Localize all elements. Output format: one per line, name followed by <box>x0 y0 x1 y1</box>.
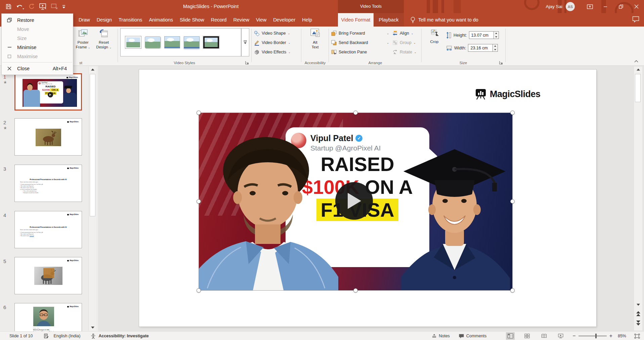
status-bar: Slide 1 of 10 English (India) Accessibil… <box>0 331 644 340</box>
scroll-down-icon[interactable] <box>89 327 96 329</box>
video-border-button[interactable]: Video Border⌄ <box>254 38 290 47</box>
scroll-down-icon[interactable] <box>634 304 642 306</box>
video-style-option[interactable] <box>125 36 141 48</box>
previous-slide-button[interactable] <box>634 311 642 316</box>
proofing-icon[interactable] <box>44 333 49 339</box>
tab-record[interactable]: Record <box>208 13 230 27</box>
slide-thumbnail-3[interactable]: MagicSlides Professional Presentations i… <box>14 165 82 202</box>
fit-slide-to-window-icon[interactable] <box>634 334 640 339</box>
width-input[interactable]: 23.16 cm <box>468 44 493 52</box>
resize-handle-se[interactable] <box>510 288 515 293</box>
slide-canvas[interactable]: MagicSlides Vipul Patel ✓ Startup @AgroP… <box>139 70 596 327</box>
bring-forward-button[interactable]: Bring Forward⌄ <box>331 29 389 38</box>
zoom-level[interactable]: 85% <box>618 334 626 338</box>
video-style-option[interactable] <box>145 36 161 48</box>
slide-sorter-view-button[interactable] <box>523 332 531 340</box>
crop-button[interactable]: Crop <box>425 28 443 44</box>
reset-design-button[interactable]: Reset Design ⌄ <box>94 28 114 50</box>
next-slide-button[interactable] <box>634 321 642 326</box>
user-name: Ajay Sai <box>546 4 562 9</box>
resize-handle-sw[interactable] <box>197 288 201 293</box>
tab-view[interactable]: View <box>253 13 270 27</box>
restore-button[interactable] <box>613 0 629 13</box>
width-stepper[interactable] <box>493 44 498 52</box>
video-shape-button[interactable]: Video Shape⌄ <box>254 29 290 38</box>
zoom-in-button[interactable]: + <box>609 333 612 339</box>
resize-handle-s[interactable] <box>353 288 358 293</box>
menu-item-close[interactable]: Close Alt+F4 <box>2 64 73 73</box>
size-dialog-launcher-icon[interactable] <box>499 61 503 65</box>
slide-thumbnail-2[interactable]: MagicSlides <box>14 118 82 156</box>
save-icon[interactable] <box>5 3 12 10</box>
gallery-more-button[interactable] <box>241 28 249 56</box>
comments-button[interactable]: Comments <box>459 334 486 339</box>
alt-text-button[interactable]: Alt Text <box>305 28 325 49</box>
language-indicator[interactable]: English (India) <box>54 334 81 338</box>
tab-slide-show[interactable]: Slide Show <box>176 13 208 27</box>
video-styles-dialog-launcher-icon[interactable] <box>245 61 249 65</box>
slide-show-view-button[interactable] <box>556 332 565 340</box>
minimize-button[interactable] <box>598 0 613 13</box>
tab-transitions[interactable]: Transitions <box>115 13 145 27</box>
scrollbar-thumb[interactable] <box>90 74 95 216</box>
collapse-ribbon-icon[interactable] <box>634 60 639 63</box>
send-backward-button[interactable]: Send Backward⌄ <box>331 38 389 47</box>
height-input[interactable]: 13.07 cm <box>469 31 494 39</box>
tab-help[interactable]: Help <box>299 13 315 27</box>
tab-animations[interactable]: Animations <box>145 13 176 27</box>
slide-thumbnail-5[interactable]: MagicSlides <box>14 257 82 294</box>
accessibility-status[interactable]: Accessibility: Investigate <box>98 334 148 338</box>
tab-playback[interactable]: Playback <box>374 13 404 27</box>
avatar[interactable]: AS <box>566 2 575 11</box>
video-style-option[interactable] <box>203 36 219 48</box>
menu-item-restore[interactable]: Restore <box>2 15 73 25</box>
resize-handle-w[interactable] <box>197 199 201 204</box>
tab-design[interactable]: Design <box>93 13 115 27</box>
tell-me-box[interactable]: Tell me what you want to do <box>411 13 478 27</box>
selection-pane-button[interactable]: Selection Pane <box>331 47 367 57</box>
normal-view-button[interactable] <box>506 332 515 340</box>
menu-item-minimise[interactable]: Minimise <box>2 43 73 52</box>
slide-thumbnail-4[interactable]: MagicSlides Professional Presentations i… <box>14 211 82 248</box>
notes-button[interactable]: Notes <box>432 334 450 338</box>
height-stepper[interactable] <box>494 31 499 39</box>
resize-handle-n[interactable] <box>353 111 358 115</box>
resize-handle-nw[interactable] <box>197 111 201 115</box>
zoom-slider[interactable] <box>578 336 607 336</box>
customize-qat-icon[interactable] <box>62 5 66 9</box>
play-button[interactable] <box>335 182 373 220</box>
slide-thumbnail-6[interactable]: MagicSlides Smith, John Marketing Strate… <box>14 303 82 331</box>
video-style-option[interactable] <box>164 36 180 48</box>
thumbnail-scrollbar[interactable] <box>88 67 96 331</box>
video-object[interactable]: Vipul Patel ✓ Startup @AgroPixel AI RAIS… <box>199 113 512 290</box>
video-effects-button[interactable]: Video Effects⌄ <box>254 47 291 57</box>
slide-thumbnail-1[interactable]: MagicSlides Vipul Patel Startup @AgroPix… <box>14 73 82 111</box>
undo-icon[interactable] <box>16 4 24 9</box>
poster-frame-button[interactable]: Poster Frame ⌄ <box>73 28 93 50</box>
feedback-comment-icon[interactable] <box>632 16 639 23</box>
start-slideshow-icon[interactable] <box>39 3 47 10</box>
redo-icon[interactable] <box>29 3 35 10</box>
tab-draw[interactable]: Draw <box>75 13 93 27</box>
zoom-slider-knob[interactable] <box>595 334 597 338</box>
tab-review[interactable]: Review <box>230 13 253 27</box>
tab-developer[interactable]: Developer <box>270 13 299 27</box>
gallery-more-icon <box>244 41 247 41</box>
person-right <box>394 143 512 290</box>
scroll-up-icon[interactable] <box>89 69 96 71</box>
resize-handle-e[interactable] <box>510 199 515 204</box>
zoom-out-button[interactable]: − <box>572 333 575 339</box>
tab-video-format[interactable]: Video Format <box>338 13 374 27</box>
scroll-up-icon[interactable] <box>634 69 642 71</box>
mini-logo: MagicSlides <box>67 121 79 123</box>
slide-counter[interactable]: Slide 1 of 10 <box>9 334 33 338</box>
reading-view-button[interactable] <box>540 332 548 340</box>
ribbon-display-options-icon[interactable] <box>582 0 598 13</box>
resize-handle-ne[interactable] <box>510 111 515 115</box>
align-button[interactable]: Align⌄ <box>392 29 414 38</box>
editor-scrollbar[interactable] <box>634 67 642 331</box>
animation-star-icon: ★ <box>3 80 7 85</box>
scrollbar-thumb[interactable] <box>635 74 641 102</box>
video-style-option[interactable] <box>184 36 200 48</box>
close-button[interactable] <box>629 0 644 13</box>
